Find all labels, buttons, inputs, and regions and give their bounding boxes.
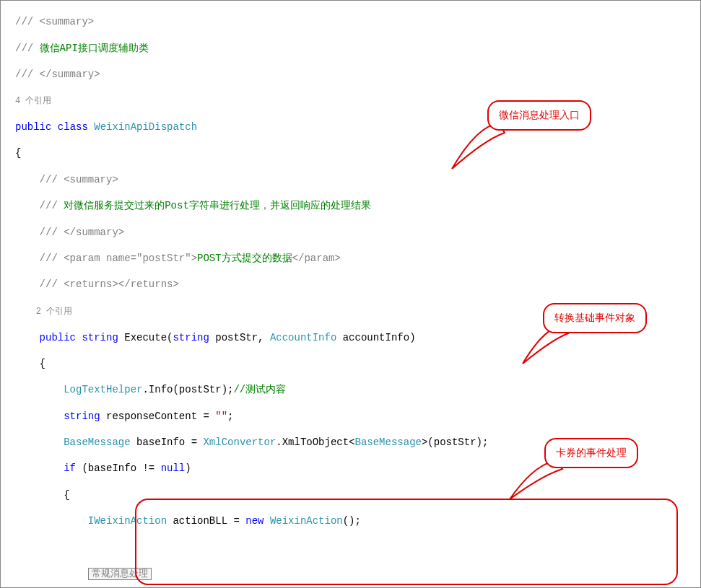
- annotation-callout-3: 卡券的事件处理: [544, 438, 638, 468]
- doc-text: 对微信服务提交过来的Post字符串进行处理，并返回响应的处理结果: [64, 200, 371, 211]
- highlight-frame: [135, 499, 678, 585]
- xml-doc: /// <summary>: [15, 16, 94, 27]
- type: AccountInfo: [270, 332, 336, 343]
- xml-doc: ///: [15, 200, 64, 211]
- code: ;: [227, 411, 233, 422]
- code: .Info(postStr);: [142, 384, 233, 395]
- doc-text: 微信API接口调度辅助类: [40, 43, 149, 54]
- brace: {: [15, 146, 699, 159]
- code: baseInfo =: [131, 436, 204, 448]
- indent: [15, 568, 88, 579]
- param: postStr,: [209, 332, 270, 343]
- code: responseContent =: [100, 411, 216, 422]
- type: XmlConvertor: [203, 436, 276, 448]
- annotation-callout-2: 转换基础事件对象: [543, 303, 647, 333]
- class-name: WeixinApiDispatch: [88, 121, 197, 133]
- brace: {: [15, 357, 699, 370]
- doc-text: POST方式提交的数据: [197, 253, 292, 264]
- code: (baseInfo !=: [76, 462, 161, 474]
- keyword: string: [173, 332, 209, 343]
- type: BaseMessage: [355, 436, 422, 448]
- xml-doc: </param>: [292, 253, 341, 264]
- keyword: string: [76, 332, 118, 343]
- keyword: null: [161, 462, 186, 474]
- method-name: Execute(: [118, 332, 173, 343]
- xml-doc: /// <returns></returns>: [15, 278, 179, 290]
- comment: //测试内容: [233, 384, 286, 395]
- xml-doc: /// <summary>: [15, 174, 118, 185]
- keyword-public: public: [15, 121, 51, 133]
- xml-doc: ///: [15, 43, 40, 54]
- param: accountInfo): [336, 332, 415, 343]
- code: >(postStr);: [422, 436, 488, 448]
- type: LogTextHelper: [15, 384, 142, 395]
- xml-doc: /// </summary>: [15, 69, 100, 80]
- keyword: string: [15, 411, 100, 422]
- xml-doc: /// </summary>: [15, 227, 124, 238]
- code: .XmlToObject<: [276, 436, 354, 448]
- codelens-refs[interactable]: 2 个引用: [15, 307, 72, 317]
- keyword-class: class: [51, 121, 87, 133]
- type: BaseMessage: [15, 436, 131, 448]
- codelens-refs[interactable]: 4 个引用: [15, 96, 51, 106]
- keyword: if: [15, 462, 76, 474]
- annotation-callout-1: 微信消息处理入口: [487, 100, 591, 131]
- xml-doc: /// <param name="postStr">: [15, 253, 197, 264]
- string: "": [215, 411, 227, 422]
- keyword: public: [15, 332, 76, 343]
- code: ): [185, 462, 191, 474]
